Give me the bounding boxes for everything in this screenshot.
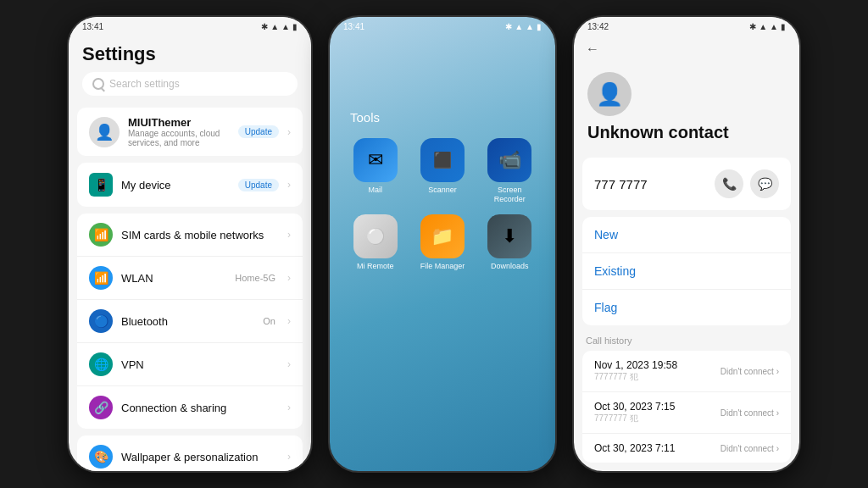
- call-item-2[interactable]: Oct 30, 2023 7:15 7777777 犯 Didn't conne…: [582, 392, 791, 434]
- vpn-icon: 🌐: [89, 352, 113, 376]
- battery-icon: ▮: [292, 22, 298, 31]
- sim-label: SIM cards & mobile networks: [121, 229, 279, 241]
- wlan-label: WLAN: [121, 272, 226, 285]
- signal-status-icon: ▲: [515, 22, 523, 31]
- wlan-value: Home-5G: [235, 273, 275, 283]
- call-date-3: Oct 30, 2023 7:11: [594, 442, 675, 454]
- connection-icon: 🔗: [89, 396, 113, 419]
- mail-label: Mail: [368, 186, 382, 195]
- sim-icon: 📶: [89, 223, 113, 247]
- status-icons: ✱ ▲ ▲ ▮: [749, 22, 786, 31]
- status-bar-settings: 13:41 ✱ ▲ ▲ ▮: [69, 17, 311, 35]
- downloads-icon: ⬇: [487, 214, 531, 258]
- message-button[interactable]: 💬: [750, 169, 779, 198]
- settings-item-wallpaper[interactable]: 🎨 Wallpaper & personalization ›: [77, 435, 303, 471]
- options-card: New Existing Flag: [582, 217, 791, 325]
- chevron-icon: ›: [287, 315, 291, 327]
- app-scanner[interactable]: ⬛ Scanner: [414, 138, 470, 204]
- phone-contact: 13:42 ✱ ▲ ▲ ▮ ← 👤 Unknown contact 777 77…: [572, 15, 801, 473]
- wallpaper-label: Wallpaper & personalization: [121, 451, 279, 463]
- phone-number: 777 7777: [594, 177, 648, 191]
- chevron-icon: ›: [287, 179, 291, 191]
- connection-label: Connection & sharing: [121, 402, 279, 414]
- option-flag[interactable]: Flag: [582, 290, 791, 325]
- status-icons: ✱ ▲ ▲ ▮: [261, 22, 298, 31]
- settings-section-2: 🎨 Wallpaper & personalization › 🔒 Always…: [77, 435, 303, 471]
- bluetooth-label: Bluetooth: [121, 315, 254, 328]
- settings-item-wlan[interactable]: 📶 WLAN Home-5G ›: [77, 257, 303, 300]
- status-bar-contact: 13:42 ✱ ▲ ▲ ▮: [574, 17, 799, 35]
- call-date-2: Oct 30, 2023 7:15: [594, 401, 675, 413]
- contact-header: 👤 Unknown contact: [574, 64, 799, 151]
- remote-label: Mi Remote: [357, 262, 394, 271]
- call-status-2: Didn't connect ›: [721, 408, 779, 418]
- settings-item-sim[interactable]: 📶 SIM cards & mobile networks ›: [77, 214, 303, 257]
- status-time: 13:41: [82, 22, 103, 31]
- chevron-icon: ›: [287, 272, 291, 284]
- app-grid: ✉ Mail ⬛ Scanner 📹 Screen Recorder ⚪ Mi …: [330, 138, 555, 270]
- signal-icon: ▲: [270, 22, 279, 31]
- wallpaper-icon: 🎨: [89, 445, 113, 469]
- device-update-badge[interactable]: Update: [238, 179, 279, 191]
- miui-themer-card[interactable]: 👤 MIUIThemer Manage accounts, cloud serv…: [77, 108, 303, 156]
- search-icon: [92, 78, 104, 90]
- files-icon: 📁: [420, 214, 465, 258]
- scanner-icon: ⬛: [420, 138, 465, 182]
- contact-name: Unknown contact: [587, 123, 729, 142]
- option-new[interactable]: New: [582, 217, 791, 253]
- recorder-icon: 📹: [487, 138, 531, 182]
- option-existing[interactable]: Existing: [582, 253, 791, 290]
- miui-info: MIUIThemer Manage accounts, cloud servic…: [128, 116, 230, 147]
- search-placeholder: Search settings: [109, 78, 180, 90]
- miui-description: Manage accounts, cloud services, and mor…: [128, 129, 230, 147]
- battery-status-icon: ▮: [537, 22, 542, 31]
- bluetooth-value: On: [263, 316, 275, 326]
- settings-header: Settings Search settings: [69, 35, 311, 101]
- bluetooth-icon: 🔵: [89, 309, 113, 333]
- call-info-1: Nov 1, 2023 19:58 7777777 犯: [594, 359, 677, 383]
- settings-item-connection[interactable]: 🔗 Connection & sharing ›: [77, 386, 303, 429]
- wifi-icon: 📶: [89, 266, 113, 290]
- call-info-3: Oct 30, 2023 7:11: [594, 442, 675, 454]
- call-status-1: Didn't connect ›: [721, 367, 779, 376]
- contact-avatar: 👤: [587, 72, 632, 116]
- chevron-icon: ›: [287, 229, 291, 241]
- update-badge[interactable]: Update: [238, 125, 279, 138]
- call-item-3[interactable]: Oct 30, 2023 7:11 Didn't connect ›: [582, 434, 791, 463]
- settings-item-bluetooth[interactable]: 🔵 Bluetooth On ›: [77, 300, 303, 343]
- call-button[interactable]: 📞: [715, 169, 743, 198]
- app-mi-remote[interactable]: ⚪ Mi Remote: [347, 214, 403, 271]
- call-date-1: Nov 1, 2023 19:58: [594, 359, 677, 371]
- app-downloads[interactable]: ⬇ Downloads: [481, 214, 538, 271]
- call-status-3: Didn't connect ›: [721, 444, 779, 453]
- contact-screen: 13:42 ✱ ▲ ▲ ▮ ← 👤 Unknown contact 777 77…: [574, 17, 799, 471]
- downloads-label: Downloads: [491, 262, 529, 271]
- call-history-label: Call history: [582, 332, 791, 351]
- my-device-card[interactable]: 📱 My device Update ›: [77, 163, 303, 207]
- bluetooth-icon: ✱: [261, 22, 268, 31]
- files-label: File Manager: [420, 262, 465, 271]
- call-item-1[interactable]: Nov 1, 2023 19:58 7777777 犯 Didn't conne…: [582, 351, 791, 392]
- wifi-icon: ▲: [770, 22, 778, 31]
- settings-item-vpn[interactable]: 🌐 VPN ›: [77, 343, 303, 386]
- bluetooth-status-icon: ✱: [505, 22, 512, 31]
- app-file-manager[interactable]: 📁 File Manager: [414, 214, 470, 271]
- app-screen-recorder[interactable]: 📹 Screen Recorder: [481, 138, 538, 204]
- bluetooth-icon: ✱: [749, 22, 756, 31]
- my-device-label: My device: [121, 179, 230, 191]
- search-bar[interactable]: Search settings: [82, 72, 298, 96]
- action-icons: 📞 💬: [715, 169, 779, 198]
- status-icons: ✱ ▲ ▲ ▮: [505, 22, 542, 31]
- chevron-icon: ›: [287, 451, 291, 463]
- chevron-icon: ›: [287, 358, 291, 370]
- chevron-icon: ›: [287, 126, 291, 138]
- wifi-status-icon: ▲: [526, 22, 534, 31]
- vpn-label: VPN: [121, 358, 279, 371]
- back-button[interactable]: ←: [574, 35, 799, 64]
- call-history-card: Nov 1, 2023 19:58 7777777 犯 Didn't conne…: [582, 351, 791, 463]
- wifi-icon: ▲: [281, 22, 290, 31]
- miui-name: MIUIThemer: [128, 116, 230, 129]
- call-info-2: Oct 30, 2023 7:15 7777777 犯: [594, 401, 675, 424]
- app-mail[interactable]: ✉ Mail: [347, 138, 403, 204]
- signal-icon: ▲: [759, 22, 767, 31]
